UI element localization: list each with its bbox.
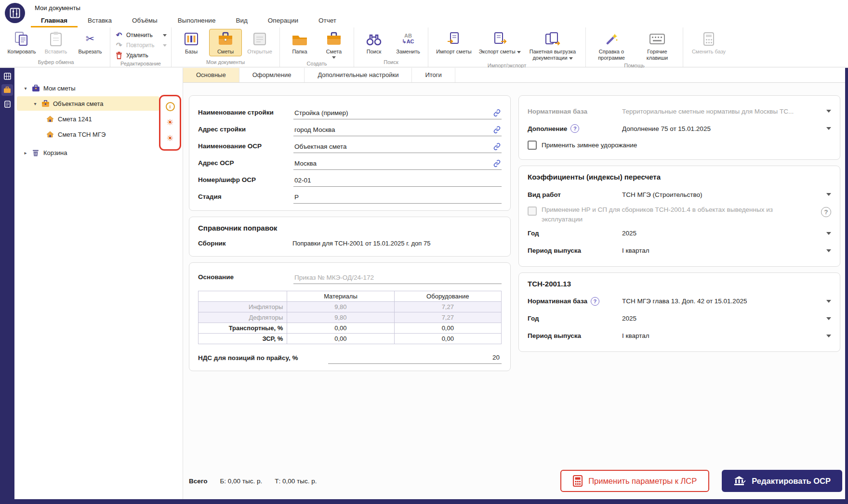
tree-item-estimate-1241[interactable]: Смета 1241 xyxy=(14,111,183,127)
magic-wand-icon xyxy=(603,31,620,47)
delete-button[interactable]: Удалить xyxy=(114,51,168,60)
import-estimate-button[interactable]: Импорт сметы xyxy=(432,29,476,56)
batch-upload-label: Пакетная выгрузка документации xyxy=(524,49,581,61)
scissors-icon: ✂ xyxy=(81,31,99,47)
ribbon: Копировать Вставить ✂ Вырезать Буфер обм… xyxy=(0,27,848,67)
open-docs-button[interactable]: Открытые xyxy=(243,29,276,56)
apply-params-button[interactable]: Применить параметры к ЛСР xyxy=(560,470,709,492)
link-icon[interactable] xyxy=(493,126,501,133)
menu-tab-execution[interactable]: Выполнение xyxy=(168,14,226,27)
basis-placeholder: Приказ № МКЭ-ОД/24-172 xyxy=(294,274,374,281)
new-folder-button[interactable]: Папка xyxy=(283,29,316,56)
column-equipment: Оборудование xyxy=(394,291,501,302)
link-icon[interactable] xyxy=(493,160,501,167)
nr-sp-checkbox[interactable] xyxy=(528,207,537,216)
osr-name-input[interactable]: Объектная смета xyxy=(293,143,502,153)
replace-button[interactable]: AB↳AC Заменить xyxy=(392,29,424,56)
tsn13-base-select[interactable]: ТСН МГЭ глава 13. Доп. 42 от 15.01.2025 xyxy=(622,297,831,305)
cut-button[interactable]: ✂ Вырезать xyxy=(74,29,106,56)
construction-address-input[interactable]: город Москва xyxy=(293,126,502,136)
undo-button[interactable]: ↶ Отменить xyxy=(114,30,168,40)
change-base-button[interactable]: Сменить базу xyxy=(687,29,731,56)
window-title: Мои документы xyxy=(35,4,80,12)
menu-tab-insert[interactable]: Вставка xyxy=(78,14,122,27)
menu-tab-report[interactable]: Отчет xyxy=(308,14,346,27)
estimates-button[interactable]: Сметы xyxy=(209,29,242,56)
recycle-bin-icon xyxy=(31,149,40,156)
help-icon[interactable]: ? xyxy=(591,297,599,306)
menu-tab-operations[interactable]: Операции xyxy=(258,14,308,27)
tsn13-year-select[interactable]: 2025 xyxy=(622,315,831,322)
chevron-down-icon xyxy=(826,249,831,252)
chevron-down-icon xyxy=(826,335,831,337)
menu-tab-view[interactable]: Вид xyxy=(225,14,257,27)
house-icon xyxy=(45,131,55,138)
construction-name-input[interactable]: Стройка (пример) xyxy=(293,109,502,119)
basis-input[interactable]: Приказ № МКЭ-ОД/24-172 xyxy=(293,274,502,284)
rail-estimates-icon[interactable] xyxy=(1,84,13,96)
chevron-down-icon xyxy=(826,300,831,303)
year-select[interactable]: 2025 xyxy=(622,230,831,237)
tab-advanced[interactable]: Дополнительные настройки xyxy=(305,68,412,82)
batch-upload-button[interactable]: Пакетная выгрузка документации xyxy=(523,29,582,62)
coefficients-title: Коэффициенты (индексы) пересчета xyxy=(528,173,831,181)
collection-value[interactable]: Поправки для ТСН-2001 от 15.01.2025 г. д… xyxy=(292,240,430,247)
edit-osr-button[interactable]: Редактировать ОСР xyxy=(722,470,842,492)
osr-number-input[interactable]: 02-01 xyxy=(293,177,502,187)
addition-select[interactable]: Дополнение 75 от 15.01.2025 xyxy=(622,125,831,132)
menu-bar: Главная Вставка Объёмы Выполнение Вид Оп… xyxy=(31,14,346,27)
rail-bases-icon[interactable] xyxy=(1,70,13,82)
redo-dropdown-icon[interactable] xyxy=(163,44,167,47)
expander-icon[interactable]: ▾ xyxy=(32,101,39,106)
sun-status-icon[interactable]: ☀ xyxy=(166,115,173,130)
ribbon-group-help: Справка о программе Горячие клавиши Помо… xyxy=(586,27,683,67)
paste-button[interactable]: Вставить xyxy=(40,29,72,56)
new-estimate-button[interactable]: Смета xyxy=(318,29,350,60)
tab-totals[interactable]: Итоги xyxy=(412,68,455,82)
house-icon xyxy=(45,116,55,122)
bases-button[interactable]: Базы xyxy=(175,29,208,56)
chevron-down-icon xyxy=(826,193,831,196)
tab-formatting[interactable]: Оформление xyxy=(239,68,305,82)
tree-item-recycle-bin[interactable]: ▸ Корзина xyxy=(14,145,183,160)
help-icon[interactable]: ? xyxy=(570,124,579,133)
help-icon[interactable]: ? xyxy=(821,207,831,217)
app-window: Мои документы Главная Вставка Объёмы Вып… xyxy=(0,0,848,504)
work-type-select[interactable]: ТСН МГЭ (Строительство) xyxy=(622,191,831,198)
normative-base-select[interactable]: Территориальные сметные нормативы для Мо… xyxy=(622,108,831,115)
rail-open-docs-icon[interactable] xyxy=(1,98,13,110)
app-logo[interactable] xyxy=(5,3,25,23)
find-button[interactable]: Поиск xyxy=(358,29,390,56)
expander-icon[interactable]: ▾ xyxy=(22,86,29,91)
osr-address-input[interactable]: Москва xyxy=(293,160,502,170)
copy-button[interactable]: Копировать xyxy=(5,29,38,56)
hotkeys-button[interactable]: Горячие клавиши xyxy=(635,29,679,62)
about-button[interactable]: Справка о программе xyxy=(589,29,634,62)
info-status-icon[interactable]: i xyxy=(166,99,175,115)
menu-tab-main[interactable]: Главная xyxy=(31,14,78,27)
corrections-card: Справочник поправок Сборник Поправки для… xyxy=(189,217,511,257)
period-select[interactable]: I квартал xyxy=(622,247,831,254)
menu-tab-volumes[interactable]: Объёмы xyxy=(122,14,168,27)
new-estimate-dropdown-icon[interactable] xyxy=(332,56,336,59)
stage-input[interactable]: Р xyxy=(293,194,502,204)
export-estimate-button[interactable]: Экспорт сметы xyxy=(477,29,522,56)
vat-input[interactable]: 20 xyxy=(328,354,502,364)
undo-dropdown-icon[interactable] xyxy=(163,34,167,37)
tsn13-period-select[interactable]: I квартал xyxy=(622,332,831,339)
link-icon[interactable] xyxy=(493,109,501,116)
hotkeys-label: Горячие клавиши xyxy=(636,49,678,61)
sun-status-icon[interactable]: ☀ xyxy=(166,130,173,146)
tab-general[interactable]: Основные xyxy=(183,68,239,82)
window-frame-bottom xyxy=(0,499,848,504)
new-estimate-label: Смета xyxy=(326,49,342,55)
tree-item-object-estimate[interactable]: ▾ Объектная смета xyxy=(14,96,183,111)
change-base-label: Сменить базу xyxy=(692,49,726,55)
link-icon[interactable] xyxy=(493,143,501,150)
normative-base-label: Нормативная база xyxy=(528,108,622,115)
expander-icon[interactable]: ▸ xyxy=(22,150,29,155)
winter-cost-checkbox[interactable] xyxy=(528,141,537,150)
redo-button[interactable]: ↷ Повторить xyxy=(114,40,168,50)
tree-item-my-estimates[interactable]: ▾ Мои сметы xyxy=(14,80,183,96)
tree-item-estimate-tsn-mge[interactable]: Смета ТСН МГЭ xyxy=(14,127,183,142)
